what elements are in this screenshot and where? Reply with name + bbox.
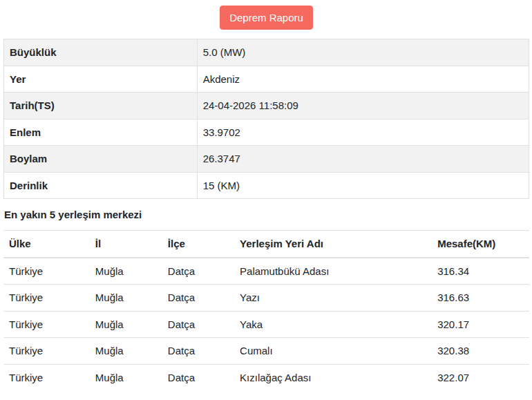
nearest-settlements-heading: En yakın 5 yerleşim merkezi (4, 209, 529, 221)
detail-value: 24-04-2026 11:58:09 (197, 93, 529, 120)
table-cell: Muğla (90, 258, 162, 285)
column-header: İl (90, 231, 162, 258)
table-cell: 316.63 (432, 285, 529, 312)
table-row: TürkiyeMuğlaDatçaYaka320.17 (3, 311, 529, 338)
table-cell: Palamutbükü Adası (234, 258, 432, 285)
detail-label: Büyüklük (4, 39, 198, 66)
column-header: Yerleşim Yeri Adı (234, 231, 432, 258)
table-cell: Kızılağaç Adası (234, 364, 432, 390)
table-cell: Datça (162, 338, 234, 365)
table-row: TürkiyeMuğlaDatçaPalamutbükü Adası316.34 (3, 258, 529, 285)
detail-label: Yer (4, 66, 198, 93)
table-cell: Muğla (90, 311, 162, 338)
earthquake-report-page: Deprem Raporu Büyüklük5.0 (MW)YerAkdeniz… (0, 0, 532, 400)
table-cell: Türkiye (3, 338, 90, 365)
detail-value: 33.9702 (197, 119, 529, 146)
table-header-row: ÜlkeİlİlçeYerleşim Yeri AdıMesafe(KM) (3, 231, 529, 258)
detail-value: 26.3747 (197, 146, 529, 173)
table-cell: Yazı (234, 285, 432, 312)
table-row: TürkiyeMuğlaDatçaKızılağaç Adası322.07 (3, 364, 529, 390)
table-cell: 320.17 (432, 311, 529, 338)
detail-row: YerAkdeniz (4, 66, 529, 93)
table-cell: Türkiye (3, 258, 90, 285)
table-row: TürkiyeMuğlaDatçaYazı316.63 (3, 285, 529, 312)
detail-label: Enlem (4, 119, 198, 146)
table-cell: Türkiye (3, 364, 90, 390)
detail-value: 15 (KM) (197, 172, 529, 199)
detail-row: Tarih(TS)24-04-2026 11:58:09 (4, 93, 529, 120)
detail-row: Büyüklük5.0 (MW) (4, 39, 529, 66)
table-cell: Muğla (90, 285, 162, 312)
table-row: TürkiyeMuğlaDatçaCumalı320.38 (3, 338, 529, 365)
deprem-raporu-button[interactable]: Deprem Raporu (220, 6, 313, 30)
detail-label: Tarih(TS) (4, 93, 198, 120)
table-cell: Datça (162, 258, 234, 285)
detail-label: Derinlik (4, 172, 198, 199)
detail-row: Enlem33.9702 (4, 119, 529, 146)
earthquake-details-table: Büyüklük5.0 (MW)YerAkdenizTarih(TS)24-04… (3, 39, 529, 199)
table-cell: Yaka (234, 311, 432, 338)
table-cell: Datça (162, 364, 234, 390)
column-header: İlçe (162, 231, 234, 258)
detail-label: Boylam (4, 146, 198, 173)
table-cell: Cumalı (234, 338, 432, 365)
column-header: Ülke (3, 231, 90, 258)
detail-row: Derinlik15 (KM) (4, 172, 529, 199)
table-cell: 322.07 (432, 364, 529, 390)
table-cell: Datça (162, 311, 234, 338)
table-cell: Muğla (90, 338, 162, 365)
table-cell: 320.38 (432, 338, 529, 365)
table-cell: Datça (162, 285, 234, 312)
table-cell: Türkiye (3, 311, 90, 338)
detail-value: 5.0 (MW) (197, 39, 529, 66)
table-cell: Türkiye (3, 285, 90, 312)
detail-row: Boylam26.3747 (4, 146, 529, 173)
report-button-row: Deprem Raporu (3, 6, 529, 30)
nearest-settlements-table: ÜlkeİlİlçeYerleşim Yeri AdıMesafe(KM) Tü… (3, 230, 529, 390)
table-cell: Muğla (90, 364, 162, 390)
column-header: Mesafe(KM) (432, 231, 529, 258)
table-cell: 316.34 (432, 258, 529, 285)
detail-value: Akdeniz (197, 66, 529, 93)
